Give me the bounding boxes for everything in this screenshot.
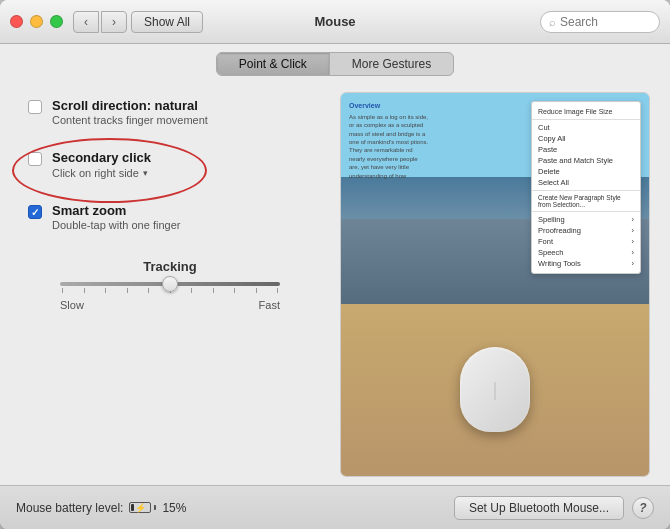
slider-fast-label: Fast bbox=[259, 299, 280, 311]
show-all-button[interactable]: Show All bbox=[131, 11, 203, 33]
smart-zoom-title: Smart zoom bbox=[52, 203, 180, 218]
menu-reduce-image: Reduce Image File Size bbox=[532, 106, 640, 117]
battery-section: Mouse battery level: ⚡ 15% bbox=[16, 501, 186, 515]
tracking-label: Tracking bbox=[143, 259, 196, 274]
tick-1 bbox=[62, 288, 63, 293]
tick-3 bbox=[105, 288, 106, 293]
tab-group: Point & Click More Gestures bbox=[216, 52, 454, 76]
search-icon: ⌕ bbox=[549, 16, 556, 28]
menu-sep-3 bbox=[532, 211, 640, 212]
battery-icon: ⚡ bbox=[129, 502, 156, 513]
settings-panel: Scroll direction: natural Content tracks… bbox=[20, 92, 320, 477]
slider-labels: Slow Fast bbox=[60, 299, 280, 311]
preview-inner: Overview As simple as a log on its side,… bbox=[341, 93, 649, 476]
tick-10 bbox=[256, 288, 257, 293]
secondary-click-subtitle: Click on right side bbox=[52, 167, 139, 179]
overview-text-block: Overview As simple as a log on its side,… bbox=[349, 101, 429, 180]
scroll-direction-checkbox[interactable] bbox=[28, 100, 42, 114]
menu-sep-1 bbox=[532, 119, 640, 120]
tick-4 bbox=[127, 288, 128, 293]
menu-create-style: Create New Paragraph Style from Selectio… bbox=[532, 193, 640, 209]
nav-buttons: ‹ › bbox=[73, 11, 127, 33]
tab-more-gestures[interactable]: More Gestures bbox=[330, 53, 453, 75]
mouse-image bbox=[460, 347, 530, 432]
tick-9 bbox=[234, 288, 235, 293]
scroll-direction-row: Scroll direction: natural Content tracks… bbox=[20, 92, 320, 132]
minimize-button[interactable] bbox=[30, 15, 43, 28]
secondary-click-checkbox[interactable] bbox=[28, 152, 42, 166]
secondary-click-dropdown-row: Click on right side ▾ bbox=[52, 166, 151, 179]
search-box[interactable]: ⌕ bbox=[540, 11, 660, 33]
battery-body: ⚡ bbox=[129, 502, 151, 513]
overview-title: Overview bbox=[349, 101, 429, 111]
tick-8 bbox=[213, 288, 214, 293]
tracking-section: Tracking bbox=[20, 259, 320, 311]
menu-select-all: Select All bbox=[532, 177, 640, 188]
bottom-right-buttons: Set Up Bluetooth Mouse... ? bbox=[454, 496, 654, 520]
overview-body: As simple as a log on its side, or as co… bbox=[349, 113, 429, 180]
maximize-button[interactable] bbox=[50, 15, 63, 28]
titlebar: ‹ › Show All Mouse ⌕ bbox=[0, 0, 670, 44]
help-button[interactable]: ? bbox=[632, 497, 654, 519]
content-area: Scroll direction: natural Content tracks… bbox=[0, 82, 670, 477]
menu-spelling: Spelling › bbox=[532, 214, 640, 225]
menu-proofreading: Proofreading › bbox=[532, 225, 640, 236]
secondary-click-title: Secondary click bbox=[52, 150, 151, 165]
tabbar: Point & Click More Gestures bbox=[0, 44, 670, 82]
smart-zoom-subtitle: Double-tap with one finger bbox=[52, 219, 180, 231]
window-title: Mouse bbox=[314, 14, 355, 29]
search-input[interactable] bbox=[560, 15, 651, 29]
tick-5 bbox=[148, 288, 149, 293]
tab-point-click[interactable]: Point & Click bbox=[217, 53, 329, 75]
menu-delete: Delete bbox=[532, 166, 640, 177]
scroll-direction-subtitle: Content tracks finger movement bbox=[52, 114, 208, 126]
battery-percent: 15% bbox=[162, 501, 186, 515]
mouse-line bbox=[495, 382, 496, 400]
close-button[interactable] bbox=[10, 15, 23, 28]
menu-copy-all: Copy All bbox=[532, 133, 640, 144]
tick-7 bbox=[191, 288, 192, 293]
battery-label: Mouse battery level: bbox=[16, 501, 123, 515]
preview-bottom bbox=[341, 304, 649, 476]
back-button[interactable]: ‹ bbox=[73, 11, 99, 33]
slider-slow-label: Slow bbox=[60, 299, 84, 311]
secondary-click-dropdown-arrow[interactable]: ▾ bbox=[143, 168, 148, 178]
preview-top: Overview As simple as a log on its side,… bbox=[341, 93, 649, 304]
tracking-slider-container: Slow Fast bbox=[60, 282, 280, 311]
smart-zoom-checkbox[interactable] bbox=[28, 205, 42, 219]
menu-paste-match: Paste and Match Style bbox=[532, 155, 640, 166]
app-window: ‹ › Show All Mouse ⌕ Point & Click More … bbox=[0, 0, 670, 529]
tick-2 bbox=[84, 288, 85, 293]
menu-paste: Paste bbox=[532, 144, 640, 155]
context-menu-overlay: Reduce Image File Size Cut Copy All Past… bbox=[531, 101, 641, 274]
smart-zoom-row: Smart zoom Double-tap with one finger bbox=[20, 197, 320, 237]
menu-writing-tools: Writing Tools › bbox=[532, 258, 640, 269]
secondary-click-text: Secondary click Click on right side ▾ bbox=[52, 150, 151, 179]
traffic-lights bbox=[10, 15, 63, 28]
menu-font: Font › bbox=[532, 236, 640, 247]
battery-tip bbox=[154, 505, 156, 510]
menu-cut: Cut bbox=[532, 122, 640, 133]
scroll-direction-text: Scroll direction: natural Content tracks… bbox=[52, 98, 208, 126]
battery-lightning-icon: ⚡ bbox=[135, 503, 146, 513]
forward-button[interactable]: › bbox=[101, 11, 127, 33]
secondary-click-row: Secondary click Click on right side ▾ bbox=[20, 144, 320, 185]
preview-panel: Overview As simple as a log on its side,… bbox=[340, 92, 650, 477]
scroll-direction-title: Scroll direction: natural bbox=[52, 98, 208, 113]
menu-sep-2 bbox=[532, 190, 640, 191]
smart-zoom-text: Smart zoom Double-tap with one finger bbox=[52, 203, 180, 231]
set-up-bluetooth-button[interactable]: Set Up Bluetooth Mouse... bbox=[454, 496, 624, 520]
tracking-slider-thumb[interactable] bbox=[162, 276, 178, 292]
tick-11 bbox=[277, 288, 278, 293]
bottom-bar: Mouse battery level: ⚡ 15% Set Up Blueto… bbox=[0, 485, 670, 529]
preview-area: Overview As simple as a log on its side,… bbox=[340, 92, 650, 477]
menu-speech: Speech › bbox=[532, 247, 640, 258]
tracking-slider-track bbox=[60, 282, 280, 286]
